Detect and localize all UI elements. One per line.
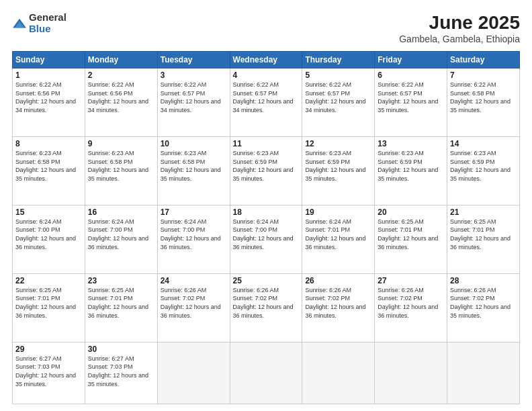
table-row (230, 342, 302, 404)
day-info: Sunrise: 6:27 AMSunset: 7:03 PMDaylight:… (88, 355, 148, 387)
day-number: 28 (450, 276, 517, 285)
day-info: Sunrise: 6:22 AMSunset: 6:57 PMDaylight:… (378, 81, 438, 113)
table-row: 25 Sunrise: 6:26 AMSunset: 7:02 PMDaylig… (230, 273, 302, 342)
day-number: 16 (88, 208, 154, 217)
table-row: 5 Sunrise: 6:22 AMSunset: 6:57 PMDayligh… (302, 68, 375, 137)
col-sunday: Sunday (13, 52, 85, 68)
col-tuesday: Tuesday (157, 52, 230, 68)
day-info: Sunrise: 6:22 AMSunset: 6:57 PMDaylight:… (233, 81, 294, 113)
col-thursday: Thursday (302, 52, 375, 68)
day-info: Sunrise: 6:26 AMSunset: 7:02 PMDaylight:… (305, 287, 365, 319)
table-row (447, 342, 520, 404)
calendar-week-row: 1 Sunrise: 6:22 AMSunset: 6:56 PMDayligh… (13, 68, 520, 137)
day-info: Sunrise: 6:23 AMSunset: 6:58 PMDaylight:… (161, 150, 221, 182)
day-number: 10 (161, 139, 227, 148)
table-row: 20 Sunrise: 6:25 AMSunset: 7:01 PMDaylig… (375, 205, 447, 273)
table-row: 19 Sunrise: 6:24 AMSunset: 7:01 PMDaylig… (302, 205, 375, 273)
table-row: 17 Sunrise: 6:24 AMSunset: 7:00 PMDaylig… (157, 205, 230, 273)
table-row: 1 Sunrise: 6:22 AMSunset: 6:56 PMDayligh… (13, 68, 85, 137)
table-row: 16 Sunrise: 6:24 AMSunset: 7:00 PMDaylig… (85, 205, 157, 273)
day-info: Sunrise: 6:24 AMSunset: 7:00 PMDaylight:… (88, 218, 148, 250)
day-number: 23 (88, 276, 154, 285)
table-row: 28 Sunrise: 6:26 AMSunset: 7:02 PMDaylig… (447, 273, 520, 342)
table-row: 23 Sunrise: 6:25 AMSunset: 7:01 PMDaylig… (85, 273, 157, 342)
day-info: Sunrise: 6:25 AMSunset: 7:01 PMDaylight:… (15, 287, 76, 319)
day-number: 12 (305, 139, 371, 148)
day-number: 7 (450, 71, 517, 80)
day-info: Sunrise: 6:27 AMSunset: 7:03 PMDaylight:… (15, 355, 76, 387)
day-info: Sunrise: 6:22 AMSunset: 6:57 PMDaylight:… (161, 81, 221, 113)
col-friday: Friday (375, 52, 447, 68)
table-row: 22 Sunrise: 6:25 AMSunset: 7:01 PMDaylig… (13, 273, 85, 342)
col-saturday: Saturday (447, 52, 520, 68)
day-number: 17 (161, 208, 227, 217)
day-number: 15 (15, 208, 82, 217)
day-number: 5 (305, 71, 371, 80)
logo: General Blue (12, 12, 66, 34)
day-info: Sunrise: 6:25 AMSunset: 7:01 PMDaylight:… (450, 218, 511, 250)
day-number: 30 (88, 345, 154, 354)
day-number: 9 (88, 139, 154, 148)
calendar-header-row: Sunday Monday Tuesday Wednesday Thursday… (13, 52, 520, 68)
day-number: 26 (305, 276, 371, 285)
table-row: 13 Sunrise: 6:23 AMSunset: 6:59 PMDaylig… (375, 136, 447, 205)
day-info: Sunrise: 6:22 AMSunset: 6:58 PMDaylight:… (450, 81, 511, 113)
col-monday: Monday (85, 52, 157, 68)
page: General Blue June 2025 Gambela, Gambela,… (0, 0, 532, 411)
col-wednesday: Wednesday (230, 52, 302, 68)
day-info: Sunrise: 6:23 AMSunset: 6:59 PMDaylight:… (233, 150, 294, 182)
table-row: 14 Sunrise: 6:23 AMSunset: 6:59 PMDaylig… (447, 136, 520, 205)
day-number: 22 (15, 276, 82, 285)
day-info: Sunrise: 6:26 AMSunset: 7:02 PMDaylight:… (450, 287, 511, 319)
table-row: 4 Sunrise: 6:22 AMSunset: 6:57 PMDayligh… (230, 68, 302, 137)
day-number: 1 (15, 71, 82, 80)
day-info: Sunrise: 6:22 AMSunset: 6:56 PMDaylight:… (88, 81, 148, 113)
calendar-subtitle: Gambela, Gambela, Ethiopia (399, 34, 520, 44)
table-row: 24 Sunrise: 6:26 AMSunset: 7:02 PMDaylig… (157, 273, 230, 342)
table-row: 3 Sunrise: 6:22 AMSunset: 6:57 PMDayligh… (157, 68, 230, 137)
day-info: Sunrise: 6:23 AMSunset: 6:58 PMDaylight:… (15, 150, 76, 182)
calendar-title: June 2025 (399, 12, 520, 34)
calendar-week-row: 15 Sunrise: 6:24 AMSunset: 7:00 PMDaylig… (13, 205, 520, 273)
logo-blue: Blue (29, 24, 66, 35)
calendar-week-row: 22 Sunrise: 6:25 AMSunset: 7:01 PMDaylig… (13, 273, 520, 342)
day-info: Sunrise: 6:22 AMSunset: 6:56 PMDaylight:… (15, 81, 76, 113)
table-row: 30 Sunrise: 6:27 AMSunset: 7:03 PMDaylig… (85, 342, 157, 404)
day-info: Sunrise: 6:23 AMSunset: 6:59 PMDaylight:… (450, 150, 511, 182)
day-number: 2 (88, 71, 154, 80)
day-number: 8 (15, 139, 82, 148)
day-number: 27 (378, 276, 444, 285)
day-info: Sunrise: 6:26 AMSunset: 7:02 PMDaylight:… (161, 287, 221, 319)
table-row (375, 342, 447, 404)
table-row: 8 Sunrise: 6:23 AMSunset: 6:58 PMDayligh… (13, 136, 85, 205)
calendar-table: Sunday Monday Tuesday Wednesday Thursday… (12, 51, 520, 404)
day-info: Sunrise: 6:23 AMSunset: 6:59 PMDaylight:… (305, 150, 365, 182)
table-row: 6 Sunrise: 6:22 AMSunset: 6:57 PMDayligh… (375, 68, 447, 137)
header: General Blue June 2025 Gambela, Gambela,… (12, 12, 520, 44)
day-info: Sunrise: 6:23 AMSunset: 6:58 PMDaylight:… (88, 150, 148, 182)
table-row: 21 Sunrise: 6:25 AMSunset: 7:01 PMDaylig… (447, 205, 520, 273)
logo-general: General (29, 12, 66, 24)
day-info: Sunrise: 6:22 AMSunset: 6:57 PMDaylight:… (305, 81, 365, 113)
day-number: 19 (305, 208, 371, 217)
day-number: 4 (233, 71, 300, 80)
logo-icon (12, 17, 27, 32)
table-row: 12 Sunrise: 6:23 AMSunset: 6:59 PMDaylig… (302, 136, 375, 205)
day-number: 18 (233, 208, 300, 217)
logo-text: General Blue (29, 12, 66, 34)
table-row: 11 Sunrise: 6:23 AMSunset: 6:59 PMDaylig… (230, 136, 302, 205)
day-number: 29 (15, 345, 82, 354)
day-info: Sunrise: 6:24 AMSunset: 7:01 PMDaylight:… (305, 218, 365, 250)
day-number: 24 (161, 276, 227, 285)
table-row: 27 Sunrise: 6:26 AMSunset: 7:02 PMDaylig… (375, 273, 447, 342)
table-row: 9 Sunrise: 6:23 AMSunset: 6:58 PMDayligh… (85, 136, 157, 205)
day-info: Sunrise: 6:26 AMSunset: 7:02 PMDaylight:… (233, 287, 294, 319)
day-number: 6 (378, 71, 444, 80)
day-number: 11 (233, 139, 300, 148)
day-number: 14 (450, 139, 517, 148)
table-row: 10 Sunrise: 6:23 AMSunset: 6:58 PMDaylig… (157, 136, 230, 205)
calendar-week-row: 29 Sunrise: 6:27 AMSunset: 7:03 PMDaylig… (13, 342, 520, 404)
day-info: Sunrise: 6:24 AMSunset: 7:00 PMDaylight:… (161, 218, 221, 250)
day-info: Sunrise: 6:24 AMSunset: 7:00 PMDaylight:… (233, 218, 294, 250)
day-info: Sunrise: 6:25 AMSunset: 7:01 PMDaylight:… (378, 218, 438, 250)
